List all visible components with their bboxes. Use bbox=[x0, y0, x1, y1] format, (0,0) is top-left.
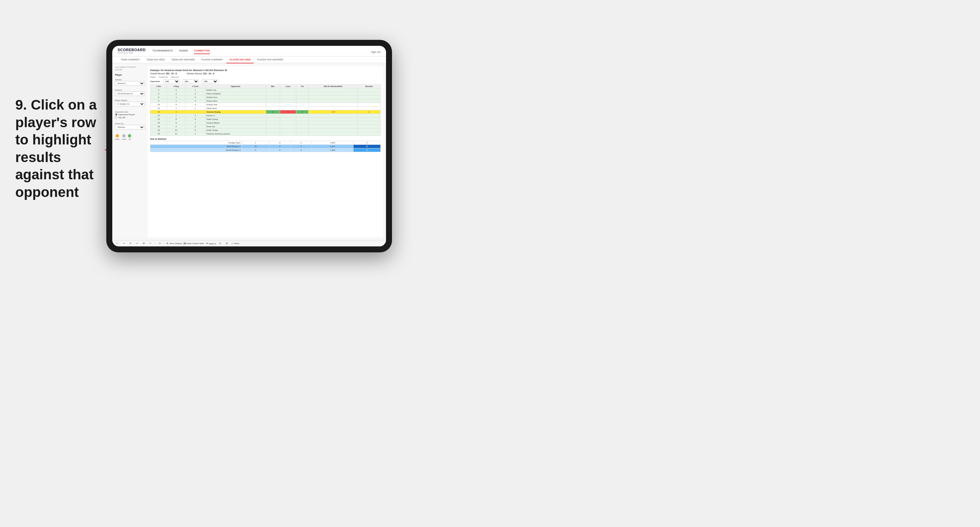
region-filter-group: Region bbox=[150, 76, 156, 78]
subnav-player-h2h-grid[interactable]: PLAYER H2H GRID bbox=[226, 56, 254, 63]
logo-text: SCOREBOARD bbox=[118, 48, 145, 52]
legend-down-circle bbox=[116, 134, 119, 138]
gender-group: Gender Women's bbox=[115, 79, 145, 87]
out-div-table: Foreign Team 1 0 0 4.500 2 NAIA Division… bbox=[150, 141, 381, 152]
legend-up-circle bbox=[128, 134, 131, 138]
opponents-filters: Opponents: (All) (All) (All) bbox=[150, 79, 381, 83]
toolbar-watch[interactable]: 👁 Watch ▾ bbox=[206, 243, 216, 245]
col-conf: # Conf bbox=[185, 85, 205, 88]
player-rank-group: Player (Rank) 8. Katelyn Vo bbox=[115, 99, 145, 108]
division-select[interactable]: NCAA Division III bbox=[115, 91, 145, 96]
subnav-team-summary[interactable]: TEAM SUMMARY bbox=[118, 56, 143, 63]
h2h-table-container: # Div # Reg # Conf Opponent Win Loss Tie… bbox=[150, 84, 381, 136]
sub-nav: TEAM SUMMARY TEAM H2H GRID TEAM H2H HEAT… bbox=[112, 56, 386, 63]
table-row[interactable]: 1585 Stella Cheng bbox=[151, 117, 381, 121]
share-label: Share bbox=[234, 243, 239, 244]
logo-area: SCOREBOARD Powered by clippi bbox=[118, 48, 145, 54]
nav-right: Sign out bbox=[371, 48, 381, 54]
conference-filter-label: Conference bbox=[159, 76, 168, 78]
view-label: View: Original bbox=[169, 243, 182, 244]
sidebar-timestamp: Last Updated: 27/03/2024 16:55:28 bbox=[115, 66, 145, 71]
tablet-frame: SCOREBOARD Powered by clippi TOURNAMENTS… bbox=[106, 40, 392, 252]
annotation-number: 9. bbox=[15, 97, 27, 113]
watch-label: Watch ▾ bbox=[209, 243, 216, 245]
nav-bar: SCOREBOARD Powered by clippi TOURNAMENTS… bbox=[112, 46, 386, 56]
col-div: # Div bbox=[151, 85, 167, 88]
legend-level: Level bbox=[122, 134, 126, 140]
toolbar-grid2[interactable]: ⊞ bbox=[224, 241, 229, 245]
conference-select[interactable]: (All) bbox=[182, 79, 199, 83]
table-row[interactable]: 1822 Euna Lee bbox=[151, 125, 381, 129]
nav-teams[interactable]: TEAMS bbox=[179, 48, 188, 54]
grid-title: Katelyn Vo Head-to-Head Grid for Women's… bbox=[150, 69, 381, 72]
logo-sub: Powered by clippi bbox=[118, 52, 145, 54]
h2h-table: # Div # Reg # Conf Opponent Win Loss Tie… bbox=[150, 84, 381, 136]
division-group: Division NCAA Division III bbox=[115, 89, 145, 97]
table-row[interactable]: 522 Alexis Sudijanto bbox=[151, 92, 381, 96]
out-of-division: Out of division Foreign Team 1 0 0 4.500… bbox=[150, 138, 381, 152]
sidebar-player-title: Player bbox=[115, 74, 145, 76]
player-rank-label: Player (Rank) bbox=[115, 99, 145, 101]
toolbar-share[interactable]: ↗ Share bbox=[231, 243, 239, 245]
toolbar-copy[interactable]: ⊞ bbox=[142, 241, 146, 245]
opponents-label: Opponents: bbox=[150, 80, 161, 83]
toolbar-grid1[interactable]: ⊡ bbox=[218, 241, 223, 245]
nav-tournaments[interactable]: TOURNAMENTS bbox=[152, 48, 173, 54]
records-row: Overall Record: 353 - 34 - 6 Division Re… bbox=[150, 72, 381, 75]
col-rounds: Rounds bbox=[358, 85, 380, 88]
radio-top100[interactable]: Top 100 bbox=[115, 116, 145, 119]
division-label: Division bbox=[115, 89, 145, 91]
table-row[interactable]: 613 Sydney Kuo bbox=[151, 96, 381, 99]
conference-filter-group: Conference bbox=[159, 76, 168, 78]
col-diff: Diff Av Strokes/Rnd bbox=[308, 85, 358, 88]
opponent-view-section: Opponent view Opponents Played Top 100 bbox=[115, 111, 145, 119]
toolbar-redo[interactable]: ↪ bbox=[122, 241, 126, 245]
save-icon: 💾 bbox=[184, 243, 186, 245]
out-div-row: Foreign Team 1 0 0 4.500 2 bbox=[151, 141, 381, 145]
table-row[interactable]: 1063 Andrea York bbox=[151, 103, 381, 106]
radio-opponents-played[interactable]: Opponents Played bbox=[115, 113, 145, 116]
colour-by-section: Colour by Win/loss bbox=[115, 122, 145, 131]
radio-dot-opponents bbox=[115, 113, 117, 116]
table-row[interactable]: 20117 Federica Domecq Lacroze bbox=[151, 132, 381, 136]
sign-out-button[interactable]: Sign out bbox=[371, 51, 381, 54]
toolbar-undo[interactable]: ↩ bbox=[115, 241, 119, 245]
table-row[interactable]: 1474 Eunice Yi bbox=[151, 114, 381, 117]
opponent-filter-label: Opponent bbox=[171, 76, 179, 78]
table-row[interactable]: 914 Sharon Mun bbox=[151, 99, 381, 103]
region-select[interactable]: (All) bbox=[163, 79, 180, 83]
subnav-team-h2h-heatmap[interactable]: TEAM H2H HEATMAP bbox=[168, 56, 198, 63]
radio-dot-top100 bbox=[115, 116, 117, 119]
player-rank-select[interactable]: 8. Katelyn Vo bbox=[115, 102, 145, 106]
subnav-player-summary[interactable]: PLAYER SUMMARY bbox=[198, 56, 227, 63]
toolbar-clock[interactable]: ⊙ bbox=[158, 241, 162, 245]
nav-links: TOURNAMENTS TEAMS COMMITTEE bbox=[152, 48, 210, 54]
bottom-toolbar: ↩ ↪ ↻ ✂ ⊞ ↩ | ⊙ | 👁 View: Original 💾 Sav… bbox=[112, 240, 386, 246]
toolbar-cut[interactable]: ✂ bbox=[135, 241, 140, 245]
annotation-body: Click on a player's row to highlight res… bbox=[15, 97, 97, 200]
watch-icon: 👁 bbox=[206, 243, 208, 244]
opponent-select[interactable]: (All) bbox=[202, 79, 218, 83]
share-icon: ↗ bbox=[231, 243, 233, 245]
filters-row: Region Conference Opponent bbox=[150, 76, 381, 78]
nav-committee[interactable]: COMMITTEE bbox=[194, 48, 210, 54]
col-opponent: Opponent bbox=[205, 85, 266, 88]
opponent-filter-group: Opponent bbox=[171, 76, 179, 78]
subnav-player-h2h-heatmap[interactable]: PLAYER H2H HEATMAP bbox=[254, 56, 286, 63]
view-icon: 👁 bbox=[166, 243, 169, 244]
region-filter-label: Region bbox=[150, 76, 156, 78]
legend: Down Level Up bbox=[115, 134, 145, 140]
table-row-selected[interactable]: 131 Jessica Huang 0 1 0 -3.00 2 bbox=[151, 110, 381, 114]
table-row[interactable]: 321 Esther Lee bbox=[151, 88, 381, 92]
toolbar-view-original[interactable]: 👁 View: Original bbox=[166, 243, 182, 244]
subnav-team-h2h-grid[interactable]: TEAM H2H GRID bbox=[143, 56, 168, 63]
colour-by-select[interactable]: Win/loss bbox=[115, 125, 145, 130]
table-row[interactable]: 1691 Jessica Mason bbox=[151, 121, 381, 125]
table-row[interactable]: 19106 Emily Chang bbox=[151, 129, 381, 132]
toolbar-paste[interactable]: ↩ bbox=[148, 241, 153, 245]
toolbar-save-custom[interactable]: 💾 Save Custom View bbox=[184, 243, 204, 245]
gender-select[interactable]: Women's bbox=[115, 81, 145, 86]
toolbar-refresh[interactable]: ↻ bbox=[128, 241, 133, 245]
save-label: Save Custom View bbox=[187, 243, 204, 244]
table-row[interactable]: 1311 Heejo Hyun bbox=[151, 106, 381, 110]
